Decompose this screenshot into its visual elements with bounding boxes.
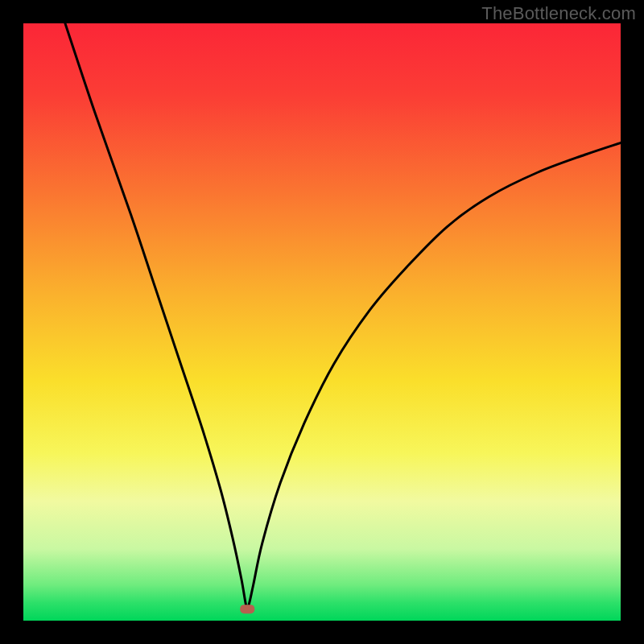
watermark-text: TheBottleneck.com: [481, 3, 636, 24]
gradient-background: [23, 23, 621, 621]
chart-svg: [23, 23, 621, 621]
chart-frame: TheBottleneck.com: [0, 0, 644, 644]
chart-plot-area: [23, 23, 621, 621]
vertex-marker: [240, 605, 254, 613]
